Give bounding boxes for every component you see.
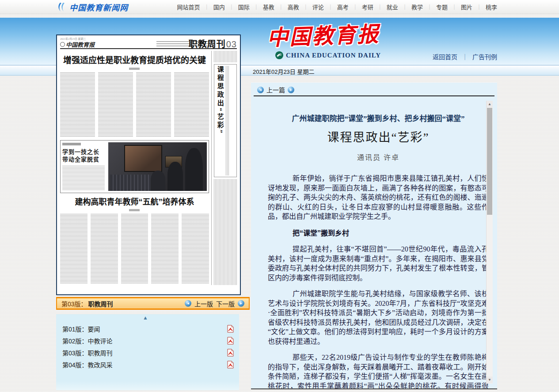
paper-headline-1: 增强适应性是职业教育提质培优的关键: [60, 53, 209, 65]
prev-version-link[interactable]: 上一版: [194, 299, 213, 308]
next-version-link[interactable]: 下一版: [216, 299, 235, 308]
daily-logo-icon: [275, 51, 284, 60]
paper-byline-1: [129, 68, 140, 70]
article-toolbar: 上一篇: [257, 85, 294, 94]
paper-feature-box: 学到一技之长 带动全家脱贫: [60, 140, 209, 193]
newspaper-page-image[interactable]: 2021年2月23日 星期二 中国教育报 职教周刊03 增强适应性是职业教育提质…: [56, 34, 241, 295]
nav-item[interactable]: 图片: [448, 3, 472, 11]
site-logo-text: 中国教育新闻网: [69, 1, 128, 13]
paper-byline-2: [129, 209, 140, 211]
article-body: 广州城建职院把“课堂”搬到乡村、把乡村搬回“课堂” 课程思政出“艺彩” 通讯员 …: [268, 96, 489, 388]
pdf-icon[interactable]: [227, 337, 234, 345]
list-item: 第01版：要闻: [62, 324, 234, 334]
paper-mini-masthead-text: 中国教育报: [66, 40, 95, 49]
vertical-text-lines: [214, 179, 237, 285]
article-paragraph: 新年伊始，徜徉于广东省揭阳市惠来县隆江镇孔美村，人们惊讶地发现，原来那一面面白灰…: [268, 174, 489, 221]
pages-list-panel: 第01版：要闻 第02版：中教评论 第03版：职教周刊 第: [56, 314, 239, 390]
text-lines: [91, 214, 118, 284]
site-logo[interactable]: 中国教育新闻网: [57, 1, 128, 13]
nav-item[interactable]: 基教: [250, 3, 274, 11]
paper-mini-masthead: 中国教育报: [60, 40, 95, 49]
ads-link[interactable]: 广告刊例: [472, 52, 497, 61]
top-nav-bar: 中国教育新闻网 网站首页 国内 国际 基教 高教 评论 高考 考研 就业 教学 …: [0, 0, 559, 14]
text-lines: [121, 214, 148, 284]
scrollbar-down-button[interactable]: [487, 377, 493, 383]
scrollbar-thumb[interactable]: [487, 108, 492, 215]
text-lines: [174, 72, 209, 137]
brand-cn-logo: 中国教育报: [266, 17, 380, 52]
photo-monitor: [124, 145, 162, 172]
page-link[interactable]: 第02版：中教评论: [62, 336, 113, 345]
paper-main-column: 增强适应性是职业教育提质培优的关键 学到一技之长 带动全家: [60, 51, 211, 285]
nav-item[interactable]: 就业: [373, 3, 398, 11]
next-version-icon[interactable]: [238, 300, 244, 307]
article-author: 通讯员 许卓: [268, 152, 489, 162]
article-panel: 上一篇 广州城建职院把“课堂”搬到乡村、把乡村搬回“课堂” 课程思政出“艺彩” …: [251, 83, 497, 389]
paper-text-columns: [60, 214, 209, 284]
paper-columns: 增强适应性是职业教育提质培优的关键 学到一技之长 带动全家: [60, 51, 237, 285]
text-lines: [60, 72, 95, 137]
collapse-arrow-icon[interactable]: [143, 315, 148, 321]
news-photo: [108, 142, 207, 191]
prev-version-icon[interactable]: [185, 300, 191, 307]
article-paragraph: 提起孔美村，往事“不堪回首”——20世纪90年代，毒品流入孔美村，该村一度成为惠…: [268, 244, 489, 282]
paper-feature-tag: [62, 143, 81, 145]
next-article-icon[interactable]: [288, 87, 294, 93]
article-paragraph: 那些天，22名2019级广告设计与制作专业的学生在教师陈艳梅的指导下，使出浑身解…: [268, 353, 489, 388]
article-paragraph: 广州城建职院学生能与孔美村结缘，与国家级教学名师、该校艺术与设计学院院长刘境奇有…: [268, 289, 489, 346]
article-title: 课程思政出“艺彩”: [268, 129, 489, 145]
text-lines: [98, 72, 133, 137]
publish-date: 2021年02月23日 星期二: [253, 67, 314, 76]
current-page-label: 第03版：职教周刊: [61, 299, 113, 308]
paper-vertical-title: 课程思政出“艺彩”: [216, 66, 224, 175]
page-link[interactable]: 第01版：要闻: [62, 324, 100, 333]
text-lines: [136, 72, 171, 137]
paper-side-column: 课程思政出“艺彩”: [211, 51, 237, 285]
paper-text-columns: [60, 72, 209, 137]
nav-item[interactable]: 网站首页: [177, 3, 200, 11]
nav-item[interactable]: 教学: [398, 3, 423, 11]
pdf-icon[interactable]: [227, 361, 234, 369]
newspaper-page-mock: 2021年2月23日 星期二 中国教育报 职教周刊03 增强适应性是职业教育提质…: [57, 35, 240, 294]
photo-figure: [151, 171, 165, 191]
nav-item[interactable]: 国内: [200, 3, 225, 11]
article-subheading: 把“课堂”搬到乡村: [268, 228, 489, 238]
paper-vertical-title-box: 课程思政出“艺彩”: [214, 64, 237, 177]
page: 中国教育新闻网 网站首页 国内 国际 基教 高教 评论 高考 考研 就业 教学 …: [0, 0, 559, 392]
paper-section-label: 职教周刊03: [189, 37, 237, 50]
nav-item[interactable]: 桃李: [472, 3, 497, 11]
brand-en-text: CHINA EDUCATION DAILY: [286, 52, 381, 59]
nav-item[interactable]: 专题: [423, 3, 448, 11]
text-lines: [182, 214, 209, 284]
current-page-bar: 第03版：职教周刊 上一版 下一版: [56, 297, 250, 310]
scrollbar-up-button[interactable]: [487, 101, 493, 107]
page-link[interactable]: 第03版：职教周刊: [62, 348, 113, 357]
pdf-icon[interactable]: [227, 325, 234, 333]
paper-feature-title-line1: 学到一技之长: [62, 148, 99, 155]
photo-figure: [185, 148, 203, 191]
nav-item[interactable]: 国际: [225, 3, 250, 11]
nav-item[interactable]: 评论: [299, 3, 324, 11]
pdf-icon[interactable]: [227, 349, 234, 357]
home-link[interactable]: 返回首页: [433, 52, 457, 61]
nav-item[interactable]: 考研: [349, 3, 373, 11]
article-text: 新年伊始，徜徉于广东省揭阳市惠来县隆江镇孔美村，人们惊讶地发现，原来那一面面白灰…: [268, 174, 489, 388]
page-link[interactable]: 第04版：教改风采: [62, 360, 113, 369]
paper-feature-title: 学到一技之长 带动全家脱贫: [62, 148, 105, 163]
vertical-text-lines: [214, 51, 237, 62]
nav-item[interactable]: 高教: [274, 3, 299, 11]
nav-item[interactable]: 高考: [324, 3, 349, 11]
paper-feature-title-line2: 带动全家脱贫: [62, 156, 99, 163]
paper-section-text: 职教周刊: [189, 39, 226, 49]
prev-article-link[interactable]: 上一篇: [266, 85, 285, 94]
divider: [457, 52, 472, 61]
current-page-title: 职教周刊: [88, 301, 113, 308]
text-lines: [60, 214, 87, 284]
photo-figure: [167, 162, 183, 191]
site-logo-icon: [57, 2, 67, 12]
scrollbar[interactable]: [486, 101, 493, 384]
prev-article-icon[interactable]: [257, 87, 264, 93]
paper-headline-2: 建构高职青年教师“五航”培养体系: [60, 195, 209, 207]
list-item: 第02版：中教评论: [62, 336, 234, 346]
masthead-links: 返回首页 广告刊例: [433, 52, 497, 61]
